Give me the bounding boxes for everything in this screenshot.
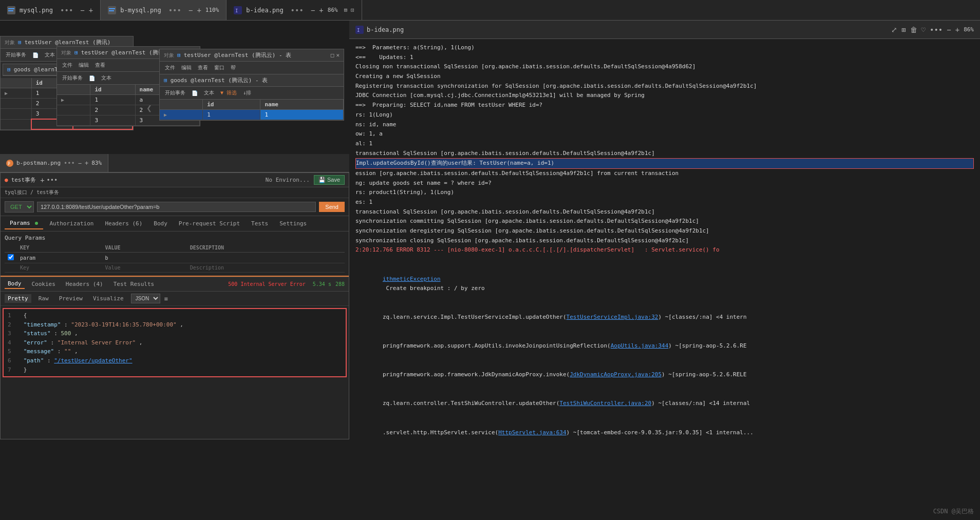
tool-sort[interactable]: ↓排 [241, 88, 253, 98]
param-check[interactable] [5, 253, 17, 263]
ide-zoom-out[interactable]: − [947, 26, 951, 34]
tab1-zoom-in[interactable]: + [89, 6, 93, 14]
tool-view[interactable]: 查看 [93, 61, 107, 70]
param-desc[interactable] [187, 253, 345, 263]
tests-label: Tests [251, 220, 268, 227]
format-raw[interactable]: Raw [35, 294, 52, 303]
panel1-table-icon: ⊞ [18, 39, 22, 46]
json-line-3: 3 "status" : 500 , [8, 329, 342, 338]
tab2-more[interactable]: ••• [165, 6, 184, 14]
json-line-6: 6 "path" : "/testUser/updateOther" [8, 356, 342, 365]
param-checkbox[interactable] [8, 254, 14, 260]
arithmetic-link[interactable]: ithmeticException [383, 276, 441, 282]
json-format-select[interactable]: JSON [131, 294, 160, 303]
tab1-icon [7, 6, 15, 14]
line-num: 4 [8, 338, 16, 348]
ide-tile[interactable]: ⊞ [901, 26, 906, 34]
impl-link[interactable]: TestUserServiceImpl.java:32 [567, 314, 658, 320]
panel1-tool-1[interactable]: 开始事务 [4, 50, 28, 60]
console-text: pringframework.aop.framework.JdkDynamicA… [383, 371, 570, 378]
nav-tab-auth[interactable]: Authorization [44, 218, 99, 229]
response-tab-tests[interactable]: Test Results [110, 280, 157, 288]
nav-arrow[interactable]: ❮ [146, 103, 152, 113]
response-tab-cookies[interactable]: Cookies [29, 280, 59, 288]
url-input[interactable] [37, 202, 316, 212]
send-button[interactable]: Send [319, 202, 345, 212]
tool-text2[interactable]: 文本 [202, 88, 216, 98]
controller-link[interactable]: TestShiWuController.java:20 [559, 400, 651, 407]
method-select[interactable]: GET [5, 201, 34, 213]
response-tab-body[interactable]: Body [5, 279, 25, 289]
panel3-tag: 对象 [164, 52, 174, 59]
empty-desc[interactable]: Description [187, 263, 345, 273]
tab-bmysql-png[interactable]: b-mysql.png ••• − + 110% [101, 0, 227, 20]
json-colon: : [47, 357, 54, 364]
nav-tab-prerequest[interactable]: Pre-request Script [174, 218, 245, 229]
ide-tab-label: b-idea.png [367, 26, 404, 33]
ide-expand[interactable]: ⤢ [891, 26, 897, 34]
panel3-minimize[interactable]: □ [331, 52, 334, 59]
postman-zoom-in[interactable]: + [85, 160, 88, 167]
console-text: ) ~[classes/:na] <4 intern [658, 314, 746, 320]
param-key[interactable]: param [17, 253, 102, 263]
add-request[interactable]: + [40, 176, 44, 184]
console-line: rs: product1(String), 1(Long) [355, 188, 974, 198]
servlet-link[interactable]: HttpServlet.java:634 [498, 429, 566, 436]
postman-tab-more[interactable]: ••• [64, 160, 75, 167]
format-preview[interactable]: Preview [56, 294, 86, 303]
nav-tab-params[interactable]: Params [5, 218, 43, 229]
tool-trans[interactable]: 开始事务 [60, 73, 85, 83]
save-button[interactable]: 💾 Save [314, 175, 345, 185]
ide-trash[interactable]: 🗑 [910, 26, 917, 34]
tab1-zoom-out[interactable]: − [80, 6, 84, 14]
tab2-zoom-in[interactable]: + [197, 6, 201, 14]
ide-tab-bidea[interactable]: I b-idea.png [355, 26, 404, 34]
postman-zoom-out[interactable]: − [78, 160, 82, 167]
tab3-label: b-idea.png [246, 7, 283, 14]
tab3-more[interactable]: ••• [288, 6, 307, 14]
proxy-link[interactable]: JdkDynamicAopProxy.java:205 [570, 371, 662, 378]
tool-view[interactable]: 查看 [196, 63, 210, 72]
tab-bidea-png[interactable]: I b-idea.png ••• − + 86% ⊞ ⊡ [227, 0, 362, 20]
console-line: rs: 1(Long) [355, 110, 974, 120]
postman-file-tab[interactable]: P b-postman.png ••• − + 83% [0, 154, 108, 172]
tab3-zoom-out[interactable]: − [311, 6, 315, 14]
json-value: "Internal Server Error" [58, 339, 136, 346]
response-tab-headers[interactable]: Headers (4) [63, 280, 106, 288]
tab2-zoom-out[interactable]: − [189, 6, 193, 14]
cell-id: 1 [203, 110, 260, 120]
svg-rect-5 [109, 10, 114, 11]
tool-text[interactable]: 文本 [99, 73, 114, 83]
empty-value[interactable]: Value [102, 263, 186, 273]
nav-tab-settings[interactable]: Settings [274, 218, 312, 229]
tab3-zoom-in[interactable]: + [319, 6, 323, 14]
nav-tab-headers[interactable]: Headers (6) [100, 218, 147, 229]
format-pretty[interactable]: Pretty [5, 294, 31, 303]
tool-file[interactable]: 文件 [163, 63, 177, 72]
nav-tab-body[interactable]: Body [148, 218, 173, 229]
tab-mysql-png[interactable]: mysql.png ••• − + [0, 0, 101, 20]
ide-zoom-in[interactable]: + [955, 26, 959, 34]
ide-heart[interactable]: ♡ [921, 26, 926, 34]
tool-file[interactable]: 文件 [60, 61, 74, 70]
aop-link[interactable]: AopUtils.java:344 [611, 342, 669, 349]
tool-trans2[interactable]: 开始事务 [163, 88, 187, 98]
tool-window[interactable]: 窗口 [212, 63, 227, 72]
cell-id: 1 [90, 95, 135, 105]
panel3-close[interactable]: ✕ [336, 52, 340, 59]
nav-tab-tests[interactable]: Tests [246, 218, 273, 229]
url-bar: GET Send [1, 198, 349, 216]
tool-edit[interactable]: 编辑 [179, 63, 194, 72]
format-visualize[interactable]: Visualize [90, 294, 127, 303]
panel1-tool-text[interactable]: 文本 [43, 50, 57, 60]
tool-filter[interactable]: ▼ 筛选 [218, 88, 239, 98]
ide-more[interactable]: ••• [930, 26, 943, 34]
tab1-more[interactable]: ••• [57, 6, 76, 14]
tool-help[interactable]: 帮 [229, 63, 238, 72]
console-output[interactable]: ==> Parameters: a(String), 1(Long) <== U… [349, 39, 980, 520]
param-value[interactable]: b [102, 253, 186, 263]
empty-key[interactable]: Key [17, 263, 102, 273]
json-path-link[interactable]: "/testUser/updateOther" [54, 357, 132, 364]
tab-more[interactable]: ••• [47, 177, 58, 184]
tool-edit[interactable]: 编辑 [77, 61, 91, 70]
